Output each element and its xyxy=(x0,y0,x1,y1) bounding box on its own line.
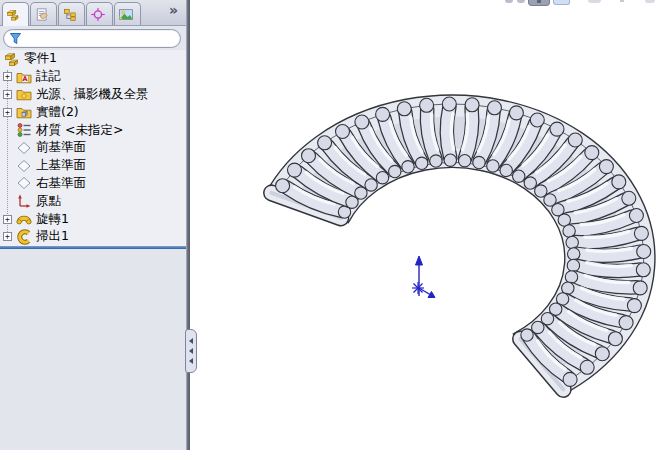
panel-splitter[interactable] xyxy=(186,0,190,450)
plane-icon xyxy=(16,158,32,174)
tree-item-label[interactable]: 光源、攝影機及全景 xyxy=(36,86,149,103)
expand-toggle[interactable]: + xyxy=(3,215,12,224)
solid-bodies-folder-icon xyxy=(16,104,32,120)
tree-item-label[interactable]: 上基準面 xyxy=(36,157,86,174)
collapse-arrow-icon xyxy=(189,348,193,354)
filter-bar xyxy=(0,26,186,50)
tab-overflow-chevron[interactable]: » xyxy=(169,2,178,18)
tree-item-revolve1[interactable]: +旋轉1 xyxy=(0,210,186,228)
displaymanager-tab-icon xyxy=(118,6,134,22)
solidworks-window: » 零件1+A註記+光源、攝影機及全景+實體(2)材質 <未指定>前基準面上基準… xyxy=(0,0,668,450)
featuremanager-tab-icon xyxy=(6,7,22,23)
tree-item-label[interactable]: 旋轉1 xyxy=(36,211,69,228)
panel-tabs xyxy=(0,0,186,26)
tab-configurationmanager[interactable] xyxy=(58,2,85,25)
panel-collapse-handle[interactable] xyxy=(185,329,197,373)
material-icon xyxy=(16,122,32,138)
annotations-folder-icon: A xyxy=(16,69,32,85)
revolve-icon xyxy=(16,211,32,227)
tree-item-label[interactable]: 材質 <未指定> xyxy=(36,122,123,139)
toolbar-button-fragment[interactable] xyxy=(588,0,601,3)
configurationmanager-tab-icon xyxy=(62,6,78,22)
tree-item-label[interactable]: 零件1 xyxy=(24,50,57,67)
propertymanager-tab-icon xyxy=(34,6,50,22)
rollback-bar[interactable] xyxy=(0,246,186,249)
lights-folder-icon xyxy=(16,86,32,102)
tree-item-origin[interactable]: 原點 xyxy=(0,192,186,210)
tree-item-sweep1[interactable]: +掃出1 xyxy=(0,228,186,246)
toolbar-button-fragment[interactable] xyxy=(553,0,570,5)
tree-item-part1[interactable]: 零件1 xyxy=(0,50,186,68)
plane-icon xyxy=(16,175,32,191)
dimxpert-tab-icon xyxy=(90,6,106,22)
tree-item-lights-cameras-scene[interactable]: +光源、攝影機及全景 xyxy=(0,86,186,104)
toolbar-button-fragment[interactable] xyxy=(645,0,655,3)
sweep-icon xyxy=(16,229,32,245)
tree-item-right-plane[interactable]: 右基準面 xyxy=(0,175,186,193)
filter-funnel-icon xyxy=(9,32,22,45)
origin-icon xyxy=(16,193,32,209)
filter-text-input[interactable] xyxy=(26,31,180,46)
tree-item-top-plane[interactable]: 上基準面 xyxy=(0,157,186,175)
toolbar-button-fragment[interactable] xyxy=(620,0,624,2)
toolbar-button-pressed-fragment[interactable] xyxy=(528,0,550,6)
tab-featuremanager[interactable] xyxy=(2,2,29,26)
tree-item-label[interactable]: 原點 xyxy=(36,193,61,210)
filter-input[interactable] xyxy=(3,29,181,48)
collapse-arrow-icon xyxy=(189,358,193,364)
tree-item-label[interactable]: 實體(2) xyxy=(36,104,79,121)
tab-dimxpertmanager[interactable] xyxy=(86,2,113,25)
feature-manager-panel: » 零件1+A註記+光源、攝影機及全景+實體(2)材質 <未指定>前基準面上基準… xyxy=(0,0,186,450)
tree-item-label[interactable]: 右基準面 xyxy=(36,175,86,192)
tree-item-solid-bodies[interactable]: +實體(2) xyxy=(0,103,186,121)
origin-triad xyxy=(412,256,435,298)
tree-item-label[interactable]: 前基準面 xyxy=(36,139,86,156)
expand-toggle[interactable]: + xyxy=(3,72,12,81)
plane-icon xyxy=(16,140,32,156)
tab-displaymanager[interactable] xyxy=(114,2,141,25)
tree-item-annotations[interactable]: +A註記 xyxy=(0,68,186,86)
part-icon xyxy=(4,51,20,67)
tree-item-front-plane[interactable]: 前基準面 xyxy=(0,139,186,157)
expand-toggle[interactable]: + xyxy=(3,232,12,241)
expand-toggle[interactable]: + xyxy=(3,90,12,99)
tab-propertymanager[interactable] xyxy=(30,2,57,25)
collapse-arrow-icon xyxy=(189,338,193,344)
feature-tree: 零件1+A註記+光源、攝影機及全景+實體(2)材質 <未指定>前基準面上基準面右… xyxy=(0,50,186,246)
svg-text:A: A xyxy=(23,75,28,83)
tree-item-label[interactable]: 掃出1 xyxy=(36,228,69,245)
tree-item-label[interactable]: 註記 xyxy=(36,68,61,85)
expand-toggle[interactable]: + xyxy=(3,108,12,117)
tree-item-material[interactable]: 材質 <未指定> xyxy=(0,121,186,139)
